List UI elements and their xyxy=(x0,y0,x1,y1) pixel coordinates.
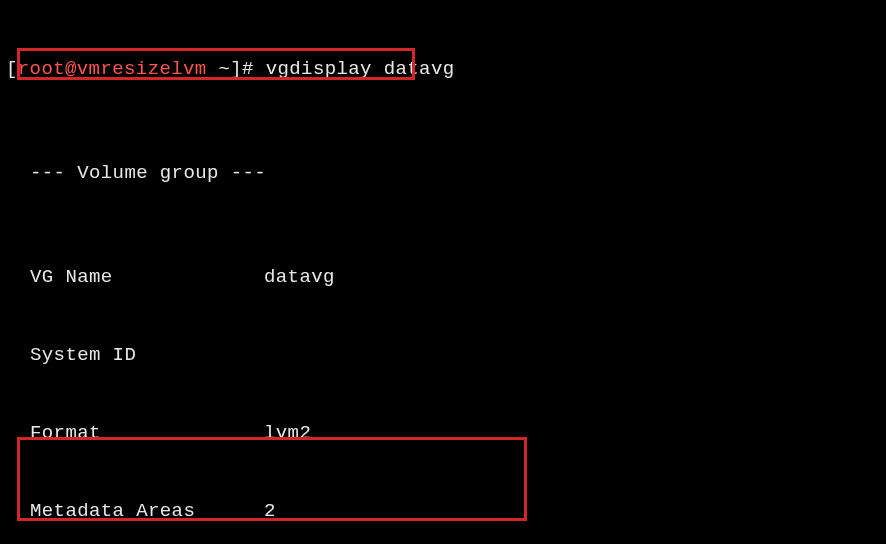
terminal-output: [root@vmresizelvm ~]# vgdisplay datavg -… xyxy=(0,0,886,544)
label-format: Format xyxy=(6,420,264,446)
command-text: vgdisplay datavg xyxy=(266,56,455,82)
label-metadata-areas: Metadata Areas xyxy=(6,498,264,524)
prompt-user-host: root@vmresizelvm xyxy=(18,56,207,82)
prompt-line[interactable]: [root@vmresizelvm ~]# vgdisplay datavg xyxy=(6,56,880,82)
value-vg-name: datavg xyxy=(264,264,335,290)
section-header: --- Volume group --- xyxy=(6,160,264,186)
value-metadata-areas: 2 xyxy=(264,498,276,524)
prompt-cwd: ~ xyxy=(218,56,230,82)
row-vg-name: VG Namedatavg xyxy=(6,264,880,290)
prompt-close-bracket: ]# xyxy=(230,56,265,82)
prompt-open-bracket: [ xyxy=(6,56,18,82)
label-vg-name: VG Name xyxy=(6,264,264,290)
section-header-line: --- Volume group --- xyxy=(6,160,880,186)
row-system-id: System ID xyxy=(6,342,880,368)
row-metadata-areas: Metadata Areas2 xyxy=(6,498,880,524)
value-format: lvm2 xyxy=(264,420,311,446)
row-format: Formatlvm2 xyxy=(6,420,880,446)
label-system-id: System ID xyxy=(6,342,264,368)
